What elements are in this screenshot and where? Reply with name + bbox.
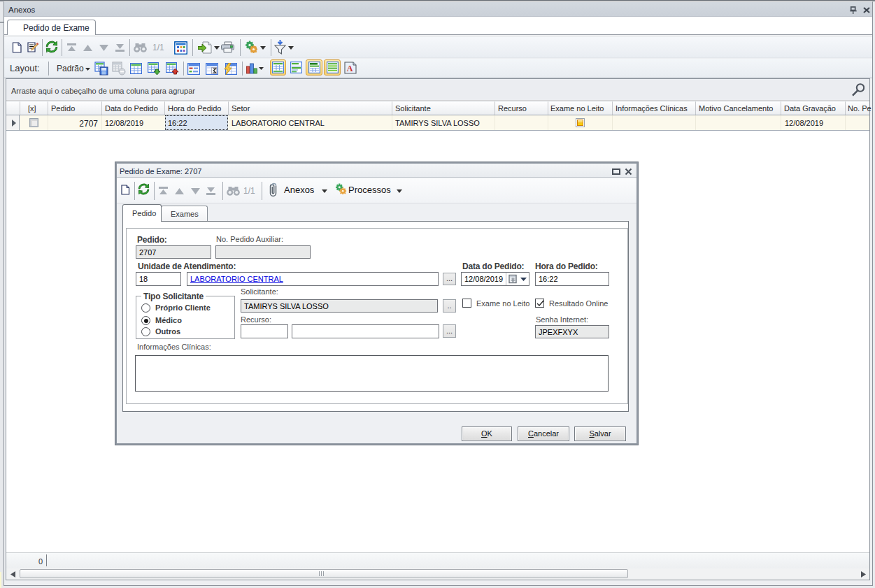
svg-text:A: A — [347, 64, 353, 73]
